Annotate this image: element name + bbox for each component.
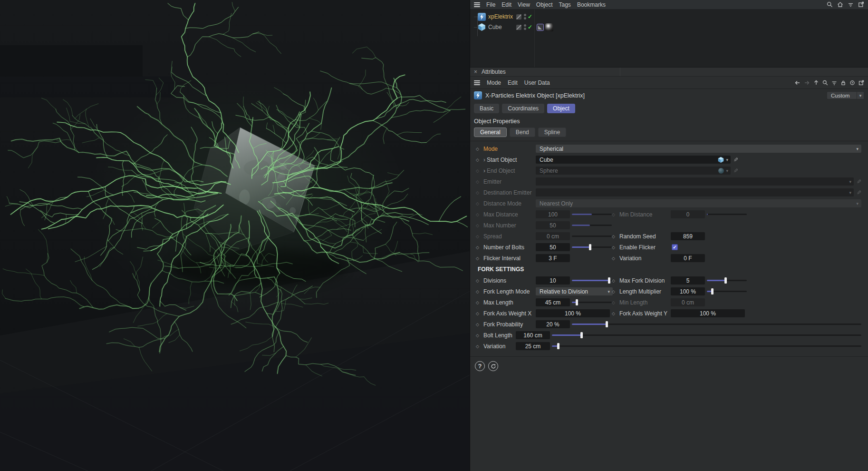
om-edit-toggle-icon[interactable]	[516, 14, 521, 20]
param-cell-enable-flicker: ◇Enable Flicker✓	[612, 244, 861, 251]
home-icon[interactable]	[837, 1, 843, 8]
max-number-slider[interactable]	[572, 222, 612, 228]
random-seed-field[interactable]: 859	[671, 232, 705, 240]
fork-probability-label: Fork Probability	[483, 321, 523, 328]
mode-value: Spherical	[540, 146, 563, 152]
spread-slider[interactable]	[572, 233, 612, 239]
number-of-bolts-slider[interactable]	[572, 244, 612, 250]
lock-icon[interactable]	[840, 80, 846, 86]
back-arrow-icon[interactable]	[794, 80, 800, 86]
expander-icon[interactable]: ›	[483, 157, 485, 163]
om-row-xpelektrix[interactable]: xpElektrix ✓	[470, 11, 868, 22]
destination-emitter-link-field[interactable]: ▾	[536, 188, 854, 196]
attr-menu-user-data[interactable]: User Data	[524, 79, 550, 86]
hamburger-menu-icon[interactable]	[474, 2, 480, 7]
reset-icon[interactable]	[488, 361, 498, 371]
length-multiplier-field[interactable]: 100 %	[671, 287, 705, 295]
divisions-field[interactable]: 10	[536, 276, 570, 285]
max-fork-division-slider[interactable]	[707, 277, 747, 284]
variation-field[interactable]: 0 F	[671, 254, 705, 262]
panel-title: Attributes	[482, 69, 506, 75]
max-length-field[interactable]: 45 cm	[536, 298, 570, 306]
phong-tag[interactable]	[537, 24, 544, 31]
viewport-3d[interactable]	[0, 0, 470, 471]
max-distance-slider[interactable]	[572, 211, 612, 217]
fork-length-mode-dropdown[interactable]: Relative to Division▾	[536, 287, 613, 295]
filter-icon[interactable]	[831, 80, 837, 86]
variation-field[interactable]: 25 cm	[516, 342, 550, 350]
distance-mode-dropdown[interactable]: Nearest Only▾	[536, 199, 861, 207]
destination-emitter-pick-icon[interactable]: ✎	[857, 190, 861, 196]
enable-flicker-checkbox[interactable]: ✓	[672, 244, 678, 250]
variation-slider[interactable]	[552, 343, 861, 349]
preset-dropdown[interactable]: Custom ▾	[827, 91, 864, 99]
material-tag[interactable]	[545, 23, 553, 31]
flicker-interval-field[interactable]: 3 F	[536, 254, 570, 262]
start-object-link-field[interactable]: Cube▾	[536, 156, 731, 164]
length-multiplier-slider[interactable]	[707, 288, 747, 294]
fork-axis-weight-y-field[interactable]: 100 %	[671, 309, 745, 317]
bolt-length-slider[interactable]	[552, 332, 861, 338]
start-object-pick-icon[interactable]: ✎	[733, 157, 738, 163]
menu-file[interactable]: File	[486, 1, 495, 8]
attr-menu-edit[interactable]: Edit	[508, 79, 518, 86]
close-icon[interactable]: ×	[474, 69, 477, 75]
om-enabled-check-icon[interactable]: ✓	[528, 13, 532, 20]
number-of-bolts-field[interactable]: 50	[536, 243, 570, 251]
min-distance-slider[interactable]	[707, 211, 747, 217]
om-row-cube[interactable]: Cube ✓	[470, 22, 868, 32]
spread-field[interactable]: 0 cm	[536, 232, 570, 240]
search-icon[interactable]	[822, 80, 828, 86]
om-visibility-dots[interactable]	[524, 14, 526, 20]
bolt-length-field[interactable]: 160 cm	[516, 331, 550, 339]
max-length-slider[interactable]	[572, 299, 612, 305]
subtab-bend[interactable]: Bend	[510, 128, 535, 137]
om-enabled-check-icon[interactable]: ✓	[528, 24, 532, 30]
subtab-general[interactable]: General	[474, 128, 507, 137]
fork-probability-slider[interactable]	[572, 321, 861, 327]
subtab-spline[interactable]: Spline	[538, 128, 566, 137]
om-visibility-dots[interactable]	[524, 24, 526, 30]
min-distance-field[interactable]: 0	[671, 210, 705, 218]
target-icon[interactable]	[849, 80, 855, 86]
min-length-field[interactable]: 0 cm	[671, 298, 705, 306]
max-fork-division-field[interactable]: 5	[671, 276, 705, 285]
up-arrow-icon[interactable]	[813, 79, 819, 86]
variation-label: Variation	[619, 255, 641, 262]
om-edit-toggle-icon[interactable]	[516, 25, 521, 30]
popout-icon[interactable]	[858, 80, 864, 86]
popout-icon[interactable]	[858, 1, 864, 8]
filter-icon[interactable]	[848, 1, 854, 8]
number-of-bolts-label: Number of Bolts	[483, 244, 524, 251]
chevron-down-icon[interactable]: ▾	[857, 91, 864, 99]
emitter-pick-icon[interactable]: ✎	[857, 179, 861, 185]
menu-bookmarks[interactable]: Bookmarks	[577, 1, 606, 8]
max-distance-field[interactable]: 100	[536, 210, 570, 218]
param-cell-random-seed: ◇Random Seed859	[612, 232, 861, 240]
tab-basic[interactable]: Basic	[474, 104, 499, 113]
slider-handle	[576, 299, 578, 305]
menu-edit[interactable]: Edit	[502, 1, 511, 8]
end-object-link-field[interactable]: Sphere▾	[536, 167, 731, 175]
max-number-field[interactable]: 50	[536, 221, 570, 229]
end-object-pick-icon[interactable]: ✎	[733, 168, 738, 174]
attr-menu-mode[interactable]: Mode	[487, 79, 501, 86]
menu-view[interactable]: View	[518, 1, 530, 8]
menu-object[interactable]: Object	[536, 1, 553, 8]
mode-dropdown[interactable]: Spherical▾	[536, 145, 861, 153]
fork-probability-field[interactable]: 20 %	[536, 320, 570, 328]
emitter-link-field[interactable]: ▾	[536, 177, 854, 186]
forward-arrow-icon[interactable]	[804, 80, 810, 86]
fork-axis-weight-x-field[interactable]: 100 %	[536, 309, 610, 317]
divisions-slider[interactable]	[572, 277, 612, 284]
tab-object[interactable]: Object	[547, 104, 575, 113]
tab-coordinates[interactable]: Coordinates	[502, 104, 544, 113]
param-row-divisions: ◇Divisions10◇Max Fork Division5	[470, 275, 868, 286]
help-icon[interactable]: ?	[475, 361, 485, 371]
menu-tags[interactable]: Tags	[559, 1, 571, 8]
hamburger-menu-icon[interactable]	[474, 80, 480, 85]
search-icon[interactable]	[827, 1, 833, 8]
attributes-tab[interactable]: × Attributes	[470, 68, 620, 76]
expander-icon[interactable]: ›	[483, 167, 485, 174]
slider-handle	[608, 277, 610, 284]
